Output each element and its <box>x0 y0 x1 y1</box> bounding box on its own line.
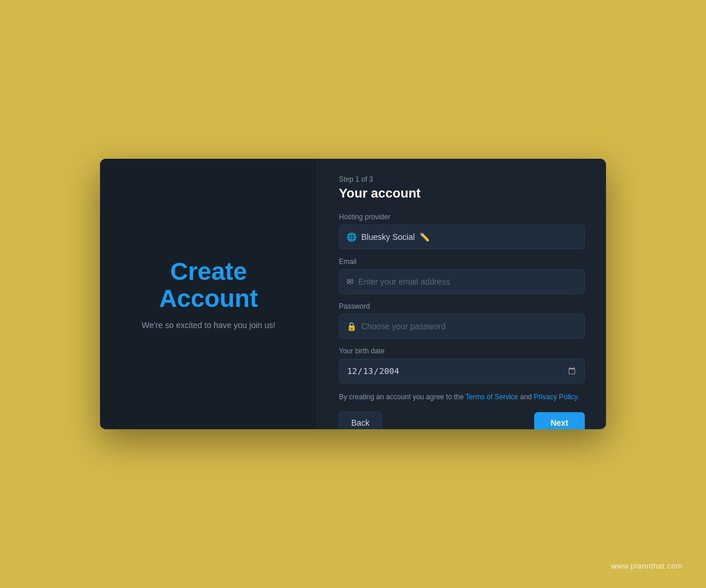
globe-icon: 🌐 <box>347 232 357 242</box>
birth-date-input-wrapper <box>339 359 585 383</box>
create-account-title: Create Account <box>124 258 294 312</box>
birth-date-input[interactable] <box>347 366 577 376</box>
back-button[interactable]: Back <box>339 412 382 429</box>
hosting-provider-value: Bluesky Social <box>361 232 415 242</box>
right-panel: Step 1 of 3 Your account Hosting provide… <box>318 159 606 429</box>
birth-date-label: Your birth date <box>339 347 585 355</box>
email-input[interactable] <box>358 277 577 286</box>
terms-text: By creating an account you agree to the … <box>339 392 585 402</box>
terms-suffix: . <box>577 393 579 401</box>
privacy-policy-link[interactable]: Privacy Policy <box>534 393 577 401</box>
email-input-wrapper: ✉ <box>339 269 585 294</box>
password-group: Password 🔒 <box>339 302 585 339</box>
terms-prefix: By creating an account you agree to the <box>339 393 465 401</box>
email-label: Email <box>339 258 585 266</box>
button-row: Back Next <box>339 412 585 429</box>
terms-of-service-link[interactable]: Terms of Service <box>465 393 518 401</box>
hosting-provider-input-wrapper: 🌐 Bluesky Social ✏️ <box>339 225 585 249</box>
next-button[interactable]: Next <box>534 412 585 429</box>
create-account-subtitle: We're so excited to have you join us! <box>142 320 275 330</box>
hosting-provider-label: Hosting provider <box>339 213 585 221</box>
email-icon: ✉ <box>347 277 354 286</box>
password-input-wrapper: 🔒 <box>339 314 585 339</box>
page-title: Your account <box>339 186 585 201</box>
password-label: Password <box>339 302 585 310</box>
modal-container: Create Account We're so excited to have … <box>100 159 606 429</box>
password-input[interactable] <box>361 322 577 331</box>
lock-icon: 🔒 <box>347 322 357 331</box>
birth-date-group: Your birth date <box>339 347 585 383</box>
hosting-provider-group: Hosting provider 🌐 Bluesky Social ✏️ <box>339 213 585 249</box>
watermark: www.plannthat.com <box>611 562 682 570</box>
email-group: Email ✉ <box>339 258 585 294</box>
step-label: Step 1 of 3 <box>339 175 585 183</box>
left-panel: Create Account We're so excited to have … <box>100 159 318 429</box>
hosting-provider-edit-button[interactable]: ✏️ <box>419 232 429 242</box>
terms-and: and <box>518 393 534 401</box>
